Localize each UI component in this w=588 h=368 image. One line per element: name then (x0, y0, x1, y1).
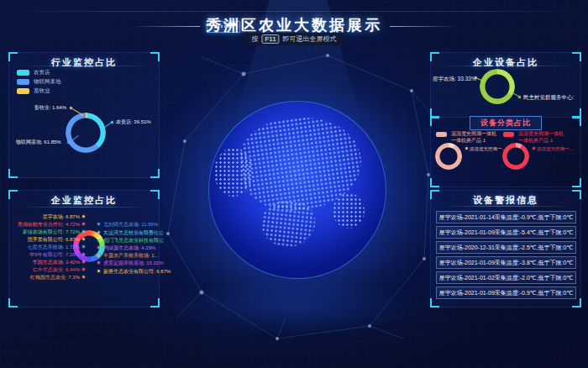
alarm-row: 星宇农场-2021-01-14采集温度:-0.9℃,低于下限:0℃ (436, 211, 576, 223)
legend-item[interactable]: 物联网基地 (17, 78, 61, 86)
legend-label: 温湿度光照墒一体机 (518, 130, 564, 138)
callout-dot (82, 215, 85, 218)
chart-callout: 温湿度光照墒一... (537, 146, 573, 152)
panel-enterprise-monitor-ratio: 企业监控占比 星宇农场: 6.87% 秀湖南鹅专业合作社: 4.72% 家绿农场… (8, 190, 160, 308)
panel-title-divider (438, 206, 574, 207)
chart-callout: 红梅园生态农业: 7.3% (11, 275, 80, 281)
chart-callout: 温湿度光照墒一... (470, 146, 506, 152)
callout-dot (97, 270, 100, 272)
alarm-row: 星宇农场-2020-12-31采集温度:-2.5℃,低于下限:0℃ (436, 241, 576, 254)
legend-swatch (503, 132, 514, 137)
panel-industry-ratio: 行业监控占比 农资店 物联网基地 畜牧业 畜牧业: 1.64% 农资店: 36.… (8, 52, 160, 178)
panel-enterprise-device-ratio: 企业设备占比 星宇农场: 33.33% 民主村党群服务中心: (430, 52, 581, 118)
alarm-row: 星宇农场-2021-01-09采集温度:-3.8℃,低于下限:0℃ (436, 256, 576, 269)
legend-swatch (17, 79, 29, 85)
category-donut-chart-1[interactable] (435, 143, 462, 170)
globe-floor-glow (168, 277, 420, 336)
panel-title-divider (16, 66, 152, 66)
f11-key-badge: F11 (261, 34, 279, 44)
legend-item[interactable]: 畜牧业 (17, 87, 50, 95)
callout-dot (82, 245, 85, 248)
panel-title: 行业监控占比 (9, 56, 159, 69)
chart-callout: 新塍生态农业有限公司: 6.87% (103, 269, 171, 275)
legend-label: 物联网基地 (34, 78, 61, 86)
callout-dot (82, 276, 85, 278)
chart-callout: 稻门飞生态农业科技有限公 (103, 238, 164, 244)
callout-dot (82, 253, 85, 255)
panel-title: 设备分类占比 (470, 116, 542, 130)
legend-sub-label: 一体机类产品 1 (451, 138, 486, 144)
callout-dot (97, 239, 100, 241)
callout-dot (97, 261, 100, 264)
globe-visualization (208, 101, 386, 279)
chart-callout: 农资店: 36.51% (116, 119, 151, 125)
chart-callout: 仁丰生态农业: 6.44% (11, 267, 80, 273)
header-frame-line (0, 11, 588, 12)
callout-line (512, 92, 519, 97)
callout-dot (97, 223, 100, 225)
legend-sub-label: 一体机类产品 1 (518, 138, 553, 144)
chart-callout: 民主村党群服务中心: (523, 94, 574, 100)
chart-callout: 家绿农场有限公司: 7.72% (11, 229, 80, 235)
callout-dot (465, 147, 468, 150)
legend-item[interactable]: 农资店 (17, 69, 50, 76)
callout-dot (97, 246, 100, 249)
panel-title: 企业设备占比 (431, 56, 580, 69)
callout-dot (97, 254, 100, 256)
panel-title: 设备警报信息 (431, 194, 580, 207)
category-donut-chart-2[interactable] (502, 143, 529, 170)
chart-callout: 李园生态农场: 3.42% (11, 260, 80, 265)
globe-continent-dots (333, 193, 365, 229)
legend-swatch (436, 132, 447, 137)
callout-dot (82, 223, 85, 225)
chart-callout: 中5年有限公司: 7.29% (11, 252, 80, 258)
panel-device-category-ratio: 设备分类占比 温湿度光照墒一体机 一体机类产品 1 温湿度光照墒一... 温湿度… (430, 118, 581, 187)
chart-callout: 秀湖南鹅专业合作社: 4.72% (11, 222, 80, 228)
legend-item[interactable]: 温湿度光照墒一体机 (503, 130, 564, 138)
callout-dot (82, 238, 85, 240)
legend-label: 温湿度光照墒一体机 (451, 130, 496, 138)
chart-callout: 鸭绿源生态农场: 4.29% (103, 245, 155, 251)
callout-dot (82, 230, 85, 233)
hint-prefix: 按 (251, 34, 258, 44)
alarm-row: 星宇农场-2021-01-09采集温度:-0.9℃,低于下限:0℃ (436, 287, 576, 299)
chart-callout: 星宇农场: 33.33% (433, 76, 473, 81)
panel-title-divider (438, 66, 574, 66)
alarm-row: 星宇农场-2021-01-09采集温度:-5.4℃,低于下限:0℃ (436, 226, 576, 239)
chart-callout: 丰源水产养殖养殖场: 1... (103, 253, 159, 259)
legend-item[interactable]: 温湿度光照墒一体机 (436, 130, 496, 138)
panel-title-divider (16, 207, 152, 208)
callout-dot (82, 260, 85, 263)
hint-suffix: 即可退出全屏模式 (283, 34, 337, 44)
chart-callout: 物联网基地: 61.85% (16, 139, 61, 145)
fullscreen-hint: 按 F11 即可退出全屏模式 (244, 33, 344, 45)
callout-dot (111, 121, 113, 124)
chart-callout: 虎景定园养殖基地: 15.02% (103, 260, 164, 266)
chart-callout: 大运河生态牧业有限责任公 (103, 230, 164, 236)
dashboard-root: 秀洲区农业大数据展示 按 F11 即可退出全屏模式 行业监控占比 农资店 物联网… (0, 0, 588, 368)
panel-device-alarm-info: 设备警报信息 星宇农场-2021-01-14采集温度:-0.9℃,低于下限:0℃… (430, 190, 581, 308)
callout-dot (97, 231, 100, 234)
legend-label: 农资店 (34, 69, 50, 76)
legend-swatch (17, 70, 29, 76)
chart-callout: 畜牧业: 1.64% (16, 105, 66, 111)
alarm-row: 星宇农场-2021-01-02采集温度:-2.0℃,低于下限:0℃ (436, 271, 576, 284)
device-donut-chart[interactable] (480, 69, 515, 104)
chart-callout: 七星生态养殖场: 1.72% (11, 244, 80, 250)
chart-callout: 星宇农场: 6.87% (11, 214, 80, 220)
legend-swatch (17, 88, 29, 94)
legend-label: 畜牧业 (34, 87, 50, 95)
industry-donut-chart[interactable] (66, 113, 106, 153)
chart-callout: 国开发有限公司: 6.87% (11, 237, 80, 243)
panel-title: 企业监控占比 (9, 194, 159, 207)
chart-callout: 北刘锦生态农场: 11.56% (103, 222, 158, 228)
callout-dot (533, 147, 535, 150)
callout-dot (82, 268, 85, 271)
